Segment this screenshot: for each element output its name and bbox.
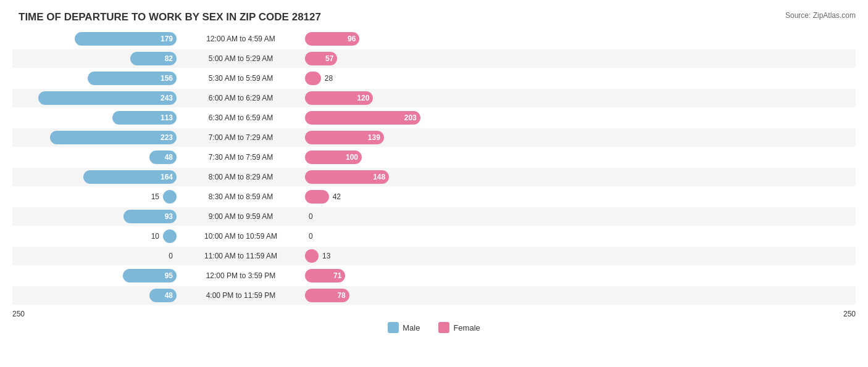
legend-female: Female [438,322,480,333]
legend-female-label: Female [453,323,480,332]
male-bar: 48 [149,151,177,164]
bar-row: 2436:00 AM to 6:29 AM120 [12,89,856,107]
time-label: 6:30 AM to 6:59 AM [179,113,303,122]
male-bar: 82 [130,52,177,65]
male-bar: 113 [112,111,177,125]
time-label: 8:00 AM to 8:29 AM [179,173,303,181]
female-section: 71 [303,269,469,282]
female-section: 120 [303,91,469,105]
bar-row: 1648:00 AM to 8:29 AM148 [12,168,856,186]
time-label: 9:00 AM to 9:59 AM [179,212,303,221]
male-bar: 223 [50,131,177,144]
bar-row: 484:00 PM to 11:59 PM78 [12,286,856,305]
male-section: 164 [12,170,179,184]
time-label: 6:00 AM to 6:29 AM [179,94,303,102]
male-section: 95 [12,269,179,282]
bar-row: 011:00 AM to 11:59 AM13 [12,247,856,265]
bar-row: 1136:30 AM to 6:59 AM203 [12,109,856,127]
bar-row: 9512:00 PM to 3:59 PM71 [12,266,856,285]
male-section: 243 [12,91,179,105]
female-section: 57 [303,52,469,65]
legend: Male Female [12,322,856,333]
bar-row: 17912:00 AM to 4:59 AM96 [12,30,856,48]
male-section: 48 [12,151,179,164]
bar-row: 1565:30 AM to 5:59 AM28 [12,69,856,88]
legend-male-label: Male [403,323,420,332]
male-section: 82 [12,52,179,65]
male-bar: 179 [75,32,177,46]
chart-container: TIME OF DEPARTURE TO WORK BY SEX IN ZIP … [0,0,868,367]
axis-label-left: 250 [12,310,25,318]
male-section: 93 [12,210,179,223]
male-bar: 156 [88,72,177,85]
male-section: 10 [12,229,179,243]
male-bar [163,190,177,204]
female-bar: 57 [305,52,337,65]
female-section: 13 [303,249,469,263]
axis-row: 250 250 [12,306,856,318]
time-label: 7:30 AM to 7:59 AM [179,153,303,162]
female-bar [305,249,319,263]
female-section: 0 [303,212,469,221]
male-section: 156 [12,72,179,85]
bar-row: 939:00 AM to 9:59 AM0 [12,207,856,226]
female-section: 100 [303,151,469,164]
female-bar: 78 [305,289,349,302]
legend-male: Male [388,322,420,333]
male-bar [163,229,177,243]
male-section: 48 [12,289,179,302]
time-label: 10:00 AM to 10:59 AM [179,232,303,241]
male-bar: 95 [123,269,177,282]
female-section: 0 [303,232,469,241]
male-bar: 48 [149,289,177,302]
bar-row: 825:00 AM to 5:29 AM57 [12,49,856,68]
male-section: 0 [12,252,179,260]
axis-label-right: 250 [843,310,856,318]
bar-row: 1010:00 AM to 10:59 AM0 [12,227,856,245]
time-label: 5:30 AM to 5:59 AM [179,74,303,83]
bar-row: 2237:00 AM to 7:29 AM139 [12,128,856,147]
time-label: 12:00 AM to 4:59 AM [179,35,303,43]
male-section: 179 [12,32,179,46]
time-label: 5:00 AM to 5:29 AM [179,54,303,63]
male-bar: 164 [83,170,177,184]
legend-female-box [438,322,449,333]
female-section: 28 [303,72,469,85]
legend-male-box [388,322,399,333]
bar-row: 158:30 AM to 8:59 AM42 [12,188,856,206]
time-label: 11:00 AM to 11:59 AM [179,252,303,260]
female-bar: 120 [305,91,373,105]
female-bar [305,72,321,85]
female-bar: 71 [305,269,345,282]
male-section: 113 [12,111,179,125]
female-bar: 139 [305,131,384,144]
female-section: 78 [303,289,469,302]
female-bar [305,190,329,204]
female-section: 96 [303,32,469,46]
female-bar: 100 [305,151,362,164]
female-bar: 203 [305,111,420,125]
time-label: 4:00 PM to 11:59 PM [179,291,303,300]
male-bar: 93 [123,210,177,223]
female-section: 139 [303,131,469,144]
female-section: 203 [303,111,469,125]
chart-title: TIME OF DEPARTURE TO WORK BY SEX IN ZIP … [12,11,856,23]
time-label: 7:00 AM to 7:29 AM [179,133,303,142]
time-label: 12:00 PM to 3:59 PM [179,271,303,280]
female-bar: 96 [305,32,359,46]
bars-area: 17912:00 AM to 4:59 AM96825:00 AM to 5:2… [12,30,856,306]
male-bar: 243 [38,91,177,105]
male-section: 223 [12,131,179,144]
bar-row: 487:30 AM to 7:59 AM100 [12,148,856,167]
female-section: 148 [303,170,469,184]
male-section: 15 [12,190,179,204]
female-bar: 148 [305,170,389,184]
female-section: 42 [303,190,469,204]
source-text: Source: ZipAtlas.com [785,11,856,20]
time-label: 8:30 AM to 8:59 AM [179,192,303,201]
